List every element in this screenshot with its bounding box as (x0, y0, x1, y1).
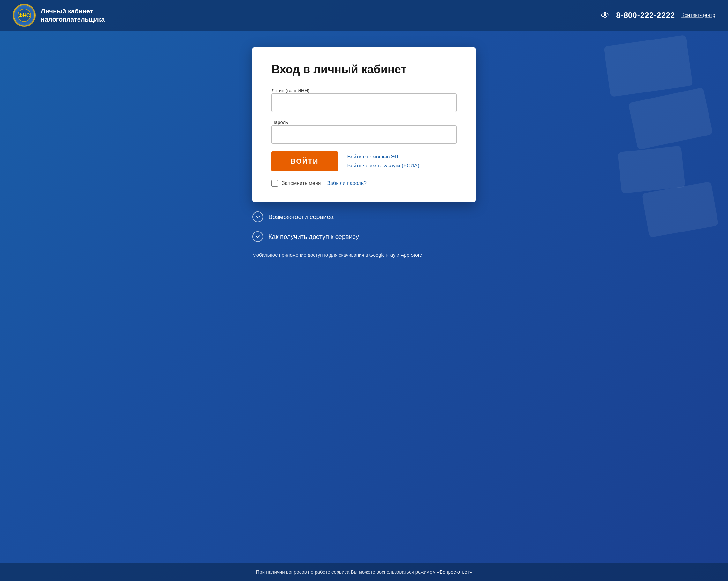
logo-inner: ФНС (14, 5, 34, 26)
accordion-label-1: Возможности сервиса (268, 213, 334, 221)
accordion-item-2[interactable]: Как получить доступ к сервису (252, 230, 476, 243)
login-input[interactable] (271, 94, 457, 112)
gosuslugi-login-link[interactable]: Войти через госуслуги (ЕСИА) (347, 163, 419, 169)
login-card: Вход в личный кабинет Логин (ваш ИНН) Па… (252, 47, 476, 203)
bg-card-1 (604, 35, 693, 97)
accordion-label-2: Как получить доступ к сервису (268, 233, 359, 240)
faq-link[interactable]: «Вопрос-ответ» (437, 569, 472, 575)
mobile-app-text-between: и (396, 252, 401, 258)
chevron-down-icon-1 (252, 211, 263, 222)
footer: При наличии вопросов по работе сервиса В… (0, 562, 728, 581)
header-right: 👁 8-800-222-2222 Контакт-центр (601, 10, 715, 21)
bg-card-4 (642, 181, 719, 238)
header: ФНС Личный кабинет налогоплательщика 👁 8… (0, 0, 728, 31)
login-card-title: Вход в личный кабинет (271, 63, 457, 76)
mobile-app-text-before: Мобильное приложение доступно для скачив… (252, 252, 369, 258)
remember-label: Запомнить меня (282, 181, 321, 186)
remember-row: Запомнить меня Забыли пароль? (271, 180, 457, 187)
phone-number: 8-800-222-2222 (616, 11, 675, 20)
logo: ФНС (13, 4, 36, 27)
bg-card-2 (628, 87, 713, 150)
accordion-item-1[interactable]: Возможности сервиса (252, 210, 476, 223)
password-label: Пароль (271, 120, 288, 125)
google-play-link[interactable]: Google Play (369, 252, 396, 258)
contact-center-link[interactable]: Контакт-центр (681, 12, 715, 18)
main-content: Вход в личный кабинет Логин (ваш ИНН) Па… (0, 31, 728, 562)
ep-login-link[interactable]: Войти с помощью ЭП (347, 154, 419, 160)
eye-icon[interactable]: 👁 (601, 10, 609, 21)
svg-text:ФНС: ФНС (19, 13, 30, 18)
login-button[interactable]: ВОЙТИ (271, 152, 338, 171)
login-label: Логин (ваш ИНН) (271, 88, 309, 93)
header-title: Личный кабинет налогоплательщика (41, 7, 105, 24)
password-input[interactable] (271, 125, 457, 144)
app-store-link[interactable]: App Store (401, 252, 422, 258)
header-left: ФНС Личный кабинет налогоплательщика (13, 4, 105, 27)
bg-card-3 (618, 146, 685, 193)
mobile-app-text: Мобильное приложение доступно для скачив… (252, 252, 476, 258)
footer-text: При наличии вопросов по работе сервиса В… (13, 569, 715, 575)
accordion-section: Возможности сервиса Как получить доступ … (252, 210, 476, 243)
forgot-password-link[interactable]: Забыли пароль? (327, 181, 367, 186)
actions-row: ВОЙТИ Войти с помощью ЭП Войти через гос… (271, 152, 457, 171)
footer-text-content: При наличии вопросов по работе сервиса В… (256, 569, 437, 575)
remember-checkbox[interactable] (271, 180, 278, 187)
alt-login-links: Войти с помощью ЭП Войти через госуслуги… (347, 154, 419, 169)
chevron-down-icon-2 (252, 231, 263, 242)
